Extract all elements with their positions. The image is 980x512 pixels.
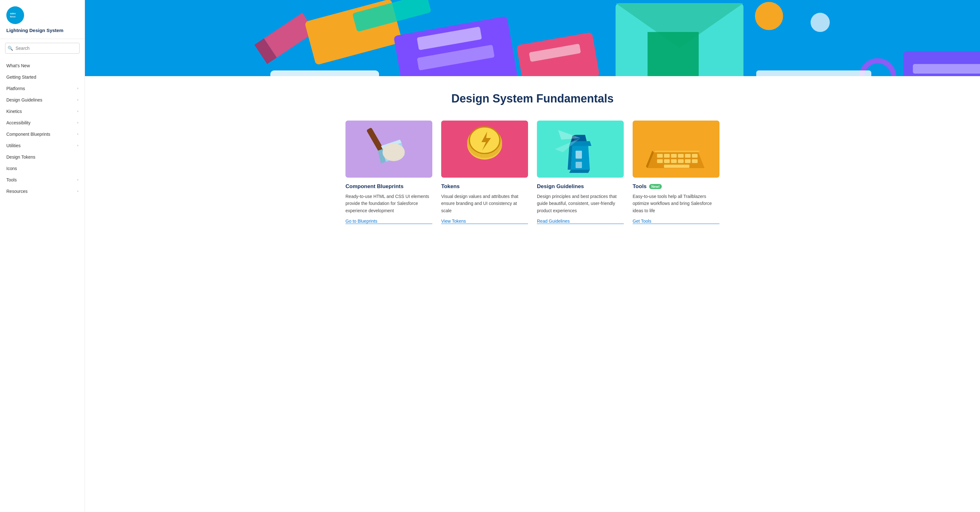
card-description-tokens: Visual design values and attributes that… [441,193,528,214]
svg-rect-65 [657,154,663,158]
svg-point-19 [755,2,783,30]
salesforce-logo: sales force [6,6,24,24]
card-description-guidelines: Design principles and best practices tha… [537,193,624,214]
card-description-blueprints: Ready-to-use HTML and CSS UI elements pr… [345,193,432,214]
chevron-right-icon: › [77,98,78,102]
chevron-right-icon: › [77,178,78,182]
search-icon: 🔍 [8,46,13,51]
sidebar-item-what's-new[interactable]: What's New [0,60,84,72]
card-tokens: TokensVisual design values and attribute… [441,121,528,224]
main-content: ✓ ➤ Design System Fundamentals Component… [85,0,980,512]
sidebar-item-accessibility[interactable]: Accessibility› [0,117,84,129]
svg-rect-67 [671,154,677,158]
sidebar-item-component-blueprints[interactable]: Component Blueprints› [0,129,84,140]
sidebar-item-design-tokens[interactable]: Design Tokens [0,152,84,163]
nav-item-label: Platforms [6,86,25,91]
svg-rect-12 [270,70,379,76]
card-title-text: Tokens [441,183,460,190]
nav-item-label: Design Guidelines [6,97,43,102]
sidebar-item-platforms[interactable]: Platforms› [0,83,84,94]
svg-rect-73 [671,159,677,163]
svg-rect-71 [657,159,663,163]
sidebar-item-design-guidelines[interactable]: Design Guidelines› [0,94,84,106]
nav-item-label: What's New [6,63,30,68]
svg-text:sales: sales [10,12,16,15]
hero-banner: ✓ ➤ [85,0,980,76]
app-title: Lightning Design System [6,27,78,33]
card-image-blueprints [345,121,432,178]
card-link-blueprints[interactable]: Go to Blueprints [345,219,432,224]
svg-point-40 [387,145,394,152]
nav-item-label: Utilities [6,143,21,148]
sidebar-item-tools[interactable]: Tools› [0,174,84,186]
card-title-text: Component Blueprints [345,183,404,190]
chevron-right-icon: › [77,121,78,124]
card-image-tokens [441,121,528,178]
svg-rect-66 [664,154,670,158]
chevron-right-icon: › [77,190,78,193]
svg-rect-69 [685,154,690,158]
nav-item-label: Accessibility [6,120,30,125]
sidebar-item-kinetics[interactable]: Kinetics› [0,106,84,117]
svg-marker-64 [654,151,700,152]
card-title-text: Tools [633,183,647,190]
svg-marker-51 [569,170,590,173]
card-image-tools [633,121,719,178]
nav-item-label: Tools [6,177,17,182]
new-badge: New! [649,184,662,189]
card-description-tools: Easy-to-use tools help all Trailblazers … [633,193,719,214]
chevron-right-icon: › [77,144,78,147]
sidebar-item-getting-started[interactable]: Getting Started [0,72,84,83]
nav-item-label: Component Blueprints [6,132,50,137]
card-title-tools: ToolsNew! [633,183,719,190]
svg-rect-68 [678,154,684,158]
card-guidelines: Design GuidelinesDesign principles and b… [537,121,624,224]
sidebar-header: sales force Lightning Design System [0,0,84,39]
svg-point-42 [388,154,395,160]
card-title-text: Design Guidelines [537,183,584,190]
nav-item-label: Kinetics [6,109,22,114]
chevron-right-icon: › [77,87,78,90]
sidebar-item-resources[interactable]: Resources› [0,186,84,197]
svg-rect-27 [913,64,980,73]
svg-rect-77 [664,164,689,168]
svg-rect-72 [664,159,670,163]
search-container: 🔍 [5,43,80,54]
sidebar-item-utilities[interactable]: Utilities› [0,140,84,152]
svg-rect-76 [692,159,698,163]
card-link-tools[interactable]: Get Tools [633,219,719,224]
page-title: Design System Fundamentals [345,92,719,105]
content-area: Design System Fundamentals Component Blu… [326,76,738,249]
card-title-guidelines: Design Guidelines [537,183,624,190]
svg-rect-75 [685,159,690,163]
svg-point-41 [395,148,402,154]
card-link-guidelines[interactable]: Read Guidelines [537,219,624,224]
nav-list: What's NewGetting StartedPlatforms›Desig… [0,57,84,199]
search-input[interactable] [5,43,80,54]
card-title-tokens: Tokens [441,183,528,190]
svg-rect-61 [641,121,711,178]
nav-item-label: Design Tokens [6,155,35,160]
card-link-tokens[interactable]: View Tokens [441,219,528,224]
nav-item-label: Icons [6,166,17,171]
svg-rect-60 [576,162,582,168]
chevron-right-icon: › [77,110,78,113]
card-blueprints: Component BlueprintsReady-to-use HTML an… [345,121,432,224]
nav-item-label: Resources [6,189,27,194]
svg-point-20 [810,13,830,32]
card-image-guidelines [537,121,624,178]
svg-rect-70 [692,154,698,158]
svg-rect-74 [678,159,684,163]
card-tools: ToolsNew!Easy-to-use tools help all Trai… [633,121,719,224]
svg-rect-24 [756,70,871,76]
sidebar: sales force Lightning Design System 🔍 Wh… [0,0,85,512]
card-title-blueprints: Component Blueprints [345,183,432,190]
sidebar-item-icons[interactable]: Icons [0,163,84,174]
chevron-right-icon: › [77,132,78,136]
cards-grid: Component BlueprintsReady-to-use HTML an… [345,121,719,224]
svg-rect-18 [648,32,698,76]
nav-item-label: Getting Started [6,75,36,80]
svg-rect-59 [576,151,582,159]
svg-text:force: force [10,15,16,18]
